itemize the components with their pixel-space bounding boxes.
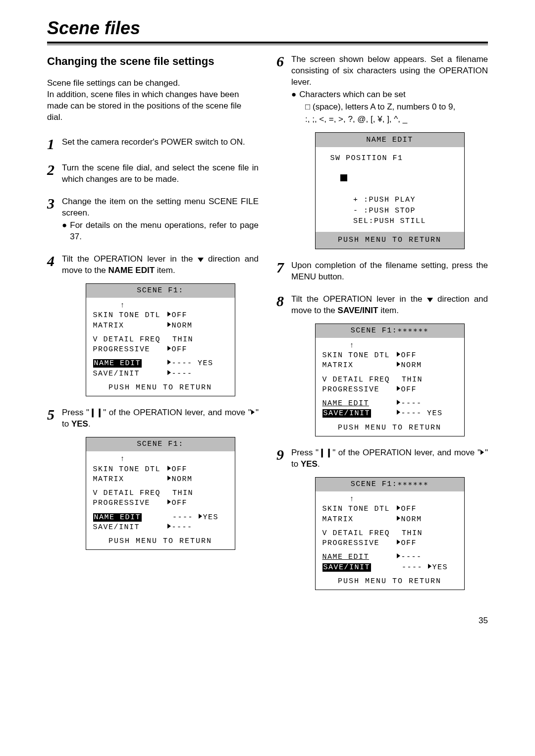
- pointer-icon: [397, 352, 400, 357]
- pointer-icon: [167, 370, 171, 375]
- push-line-3: SEL:PUSH STILL: [353, 217, 426, 225]
- step-3-bullet-text: For details on the menu operations, refe…: [70, 220, 259, 243]
- step-8-pre: Tilt the OPERATION lever in the: [291, 294, 427, 304]
- row-vdetail-label: V DETAIL FREQ: [322, 375, 397, 385]
- play-icon: [251, 410, 255, 415]
- pointer-icon: [397, 516, 400, 521]
- intro-line-1: Scene file settings can be changed.: [47, 78, 180, 88]
- page-number: 35: [47, 616, 488, 626]
- row-prog-label: PROGRESSIVE: [322, 539, 397, 548]
- row-save-val: ----: [167, 369, 228, 379]
- row-save-label: SAVE/INIT: [93, 369, 167, 379]
- name-edit-screen: NAME EDIT SW POSITION F1 + :PUSH PLAY - …: [315, 132, 465, 249]
- row-name-label: NAME EDIT: [322, 552, 397, 562]
- row-skin-label: SKIN TONE DTL: [322, 504, 397, 514]
- scroll-up-arrow-icon: ↑: [322, 494, 457, 504]
- row-matrix-label: MATRIX: [322, 361, 397, 371]
- intro-paragraph: Scene file settings can be changed. In a…: [47, 78, 259, 123]
- step-1-text: Set the camera recorder's POWER switch t…: [62, 137, 259, 148]
- row-matrix-val: NORM: [167, 321, 228, 331]
- row-save-label: SAVE/INIT: [322, 563, 397, 573]
- row-matrix-label: MATRIX: [93, 475, 167, 485]
- pointer-icon: [397, 540, 400, 544]
- step-number-4: 4: [47, 254, 58, 396]
- row-name-label: NAME EDIT: [93, 513, 167, 523]
- name-edit-footer: PUSH MENU TO RETURN: [316, 232, 464, 249]
- step-9-text: Press "❙❙" of the OPERATION lever, and m…: [291, 447, 488, 470]
- step-8: 8 Tilt the OPERATION lever in the direct…: [276, 294, 488, 436]
- step-number-2: 2: [47, 162, 58, 185]
- screen-d-footer: PUSH MENU TO RETURN: [316, 574, 464, 590]
- step-8-text: Tilt the OPERATION lever in the directio…: [291, 294, 488, 317]
- down-triangle-icon: [427, 298, 433, 302]
- manual-page: Scene files Changing the scene file sett…: [0, 0, 535, 646]
- scene-menu-screen-a: SCENE F1: ↑ SKIN TONE DTLOFF MATRIXNORM …: [86, 283, 235, 396]
- row-name-val: ---- YES: [167, 513, 228, 523]
- row-name-label-hl: NAME EDIT: [93, 359, 142, 368]
- right-column: 6 The screen shown below appears. Set a …: [276, 54, 488, 601]
- play-icon: [481, 450, 484, 455]
- push-instructions: + :PUSH PLAY - :PUSH STOP SEL:PUSH STILL: [353, 195, 426, 227]
- step-3-text: Change the item on the setting menu SCEN…: [62, 196, 259, 219]
- step-9-mid: " of the OPERATION lever, and move ": [332, 448, 481, 457]
- step-7-text: Upon completion of the filename setting,…: [291, 260, 488, 283]
- screen-c-header: SCENE F1:∗∗∗∗∗∗: [316, 324, 464, 338]
- screen-a-footer: PUSH MENU TO RETURN: [86, 380, 235, 396]
- pointer-icon: [397, 386, 400, 391]
- step-4: 4 Tilt the OPERATION lever in the direct…: [47, 254, 259, 396]
- two-column-layout: Changing the scene file settings Scene f…: [47, 54, 488, 601]
- pause-icon: ❙❙: [319, 448, 332, 457]
- step-number-6: 6: [276, 54, 287, 249]
- row-name-label: NAME EDIT: [93, 359, 167, 369]
- row-skin-label: SKIN TONE DTL: [93, 311, 167, 321]
- pointer-icon: [167, 466, 171, 471]
- pointer-icon: [397, 400, 400, 405]
- scroll-up-arrow-icon: ↑: [93, 301, 228, 311]
- step-4-text: Tilt the OPERATION lever in the directio…: [62, 254, 259, 276]
- screen-b-footer: PUSH MENU TO RETURN: [86, 534, 235, 549]
- step-6-text: The screen shown below appears. Set a fi…: [291, 54, 488, 88]
- pointer-icon: [167, 322, 171, 327]
- step-8-bold: SAVE/INIT: [338, 306, 378, 315]
- step-6-bullet: ● Characters which can be set: [291, 89, 488, 101]
- scene-menu-screen-c: SCENE F1:∗∗∗∗∗∗ ↑ SKIN TONE DTLOFF MATRI…: [315, 324, 465, 436]
- row-matrix-label: MATRIX: [322, 515, 397, 525]
- row-skin-label: SKIN TONE DTL: [93, 465, 167, 475]
- screen-b-header: SCENE F1:: [86, 437, 235, 451]
- step-6-bullet-text: Characters which can be set: [299, 89, 488, 101]
- scene-menu-screen-b: SCENE F1: ↑ SKIN TONE DTLOFF MATRIXNORM …: [86, 437, 235, 550]
- pointer-icon: [397, 362, 400, 367]
- step-7: 7 Upon completion of the filename settin…: [276, 260, 488, 283]
- pointer-icon: [167, 360, 171, 365]
- row-prog-label: PROGRESSIVE: [322, 385, 397, 395]
- step-5-end: .: [88, 419, 91, 429]
- step-4-end: item.: [155, 266, 175, 275]
- pointer-icon: [167, 499, 171, 504]
- step-8-end: item.: [378, 306, 399, 315]
- pointer-icon: [199, 514, 202, 519]
- step-5-mid: " of the OPERATION lever, and move ": [103, 408, 251, 417]
- step-2-text: Turn the scene file dial, and select the…: [62, 162, 259, 185]
- step-9-end: .: [318, 459, 320, 469]
- push-line-1: + :PUSH PLAY: [353, 196, 416, 204]
- pointer-icon: [167, 524, 171, 529]
- row-save-label: SAVE/INIT: [322, 409, 397, 419]
- pointer-icon: [397, 505, 400, 510]
- step-6: 6 The screen shown below appears. Set a …: [276, 54, 488, 249]
- row-matrix-label: MATRIX: [93, 321, 167, 331]
- row-name-label: NAME EDIT: [322, 399, 397, 409]
- intro-line-2: In addition, scene files in which change…: [47, 90, 241, 122]
- row-prog-label: PROGRESSIVE: [93, 498, 167, 508]
- page-title: Scene files: [47, 18, 488, 39]
- row-vdetail-label: V DETAIL FREQ: [322, 529, 397, 539]
- step-4-pre: Tilt the OPERATION lever in the: [62, 254, 198, 264]
- bullet-dot-icon: ●: [62, 220, 67, 243]
- cursor-block-icon: [340, 174, 347, 181]
- scroll-up-arrow-icon: ↑: [322, 341, 457, 351]
- row-prog-label: PROGRESSIVE: [93, 345, 167, 355]
- row-save-label: SAVE/INIT: [93, 523, 167, 533]
- row-name-val: ---- YES: [167, 359, 228, 369]
- down-triangle-icon: [198, 258, 204, 262]
- row-vdetail-label: V DETAIL FREQ: [93, 335, 167, 345]
- section-heading: Changing the scene file settings: [47, 54, 259, 69]
